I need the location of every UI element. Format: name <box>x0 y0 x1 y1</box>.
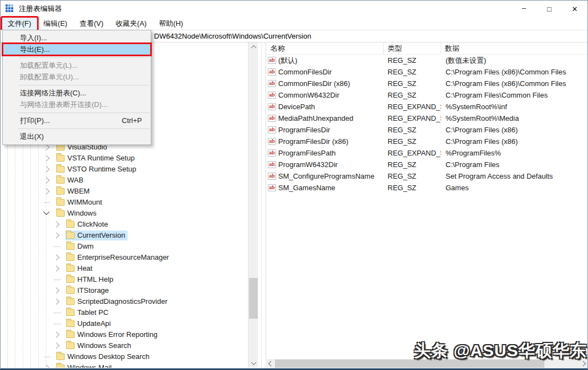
tree-chevron-icon[interactable] <box>53 298 59 304</box>
file-menu-item[interactable]: 退出(X) <box>3 131 151 142</box>
folder-icon <box>56 210 65 217</box>
value-data: C:\Program Files (x86) <box>441 124 588 136</box>
tree-chevron-icon[interactable] <box>53 331 59 337</box>
value-name: ProgramFilesPath <box>278 149 336 157</box>
value-name: CommonFilesDir <box>278 68 332 76</box>
file-menu-item-label: 与网络注册表断开连接(D)... <box>20 100 108 110</box>
file-menu-item-label: 导出(E)... <box>20 45 50 55</box>
pane-divider[interactable] <box>261 42 262 368</box>
tree-chevron-icon[interactable] <box>53 265 59 271</box>
reg-sz-icon: ab <box>268 138 276 145</box>
tree-chevron-icon[interactable] <box>53 232 59 238</box>
folder-icon <box>56 188 65 195</box>
scrollbar-thumb[interactable] <box>249 278 258 319</box>
file-menu-item[interactable]: 导出(E)... <box>3 44 151 55</box>
tree-chevron-icon[interactable] <box>53 254 59 260</box>
value-data: Set Program Access and Defaults <box>441 170 588 182</box>
tree-item[interactable]: Tablet PC <box>1 307 248 318</box>
tree-item-label: Windows Search <box>77 341 131 350</box>
tree-item[interactable]: CurrentVersion <box>1 230 248 241</box>
registry-value-row[interactable]: abProgramFilesDir REG_SZ C:\Program File… <box>266 124 588 136</box>
tree-item[interactable]: EnterpriseResourceManager <box>1 252 248 263</box>
folder-icon <box>66 265 75 272</box>
tree-item-label: ScriptedDiagnosticsProvider <box>77 297 167 305</box>
menubar-item[interactable]: 查看(V) <box>73 17 109 30</box>
file-menu-item[interactable]: 导入(I)... <box>3 32 151 44</box>
tree-chevron-icon[interactable] <box>53 287 59 293</box>
tree-item-label: CurrentVersion <box>77 231 125 239</box>
minimize-button[interactable]: – <box>511 1 537 17</box>
registry-value-row[interactable]: abDevicePath REG_EXPAND_SZ %SystemRoot%\… <box>266 101 588 112</box>
tree-item-label: VSTA Runtime Setup <box>67 154 135 162</box>
scroll-down-button[interactable] <box>248 358 258 368</box>
column-header-data[interactable]: 数据 <box>441 42 588 54</box>
tree-item-label: ITStorage <box>77 286 109 294</box>
tree-chevron-icon[interactable] <box>43 155 49 161</box>
tree-vertical-scrollbar[interactable] <box>248 42 258 368</box>
tree-item[interactable]: HTML Help <box>1 274 248 285</box>
tree-item[interactable]: Windows Mail <box>1 362 248 368</box>
tree-chevron-icon[interactable] <box>53 221 59 227</box>
tree-item[interactable]: VSTO Runtime Setup <box>1 164 248 175</box>
registry-value-row[interactable]: abProgramFilesPath REG_EXPAND_SZ %Progra… <box>266 147 588 159</box>
tree-chevron-icon[interactable] <box>43 177 49 183</box>
registry-editor-app-icon <box>6 4 14 13</box>
tree-item[interactable]: Heat <box>1 263 248 274</box>
tree-item[interactable]: ITStorage <box>1 285 248 296</box>
menubar-item-label: 查看(V) <box>80 19 103 28</box>
tree-chevron-icon[interactable] <box>43 364 49 368</box>
file-menu-item-label: 连接网络注册表(C)... <box>20 88 86 98</box>
menubar-item[interactable]: 编辑(E) <box>38 17 73 30</box>
column-header-type[interactable]: 类型 <box>384 42 441 54</box>
tree-item[interactable]: WAB <box>1 175 248 186</box>
menubar-item[interactable]: 文件(F) <box>2 17 38 30</box>
reg-sz-icon: ab <box>268 149 276 157</box>
tree-chevron-icon <box>54 246 61 247</box>
registry-value-row[interactable]: abCommonW6432Dir REG_SZ C:\Program Files… <box>266 89 588 101</box>
tree-item[interactable]: Windows Search <box>1 340 248 351</box>
close-button[interactable]: ✕ <box>562 1 587 17</box>
scroll-up-button[interactable] <box>248 42 258 52</box>
folder-icon <box>66 254 75 261</box>
registry-value-row[interactable]: abSM_GamesName REG_SZ Games <box>266 182 588 194</box>
tree-chevron-icon[interactable] <box>43 188 49 194</box>
file-menu-item-shortcut: Ctrl+P <box>122 116 142 125</box>
registry-value-row[interactable]: abCommonFilesDir (x86) REG_SZ C:\Program… <box>266 78 588 89</box>
registry-value-row[interactable]: abMediaPathUnexpanded REG_EXPAND_SZ %Sys… <box>266 112 588 124</box>
tree-item[interactable]: Dwm <box>1 241 248 252</box>
file-menu-item-label: 导入(I)... <box>20 33 47 43</box>
value-data: C:\Program Files (x86) <box>441 136 588 147</box>
folder-icon <box>56 353 65 360</box>
tree-chevron-icon[interactable] <box>43 144 49 150</box>
tree-item[interactable]: WIMMount <box>1 197 248 208</box>
tree-item[interactable]: Windows <box>1 208 248 219</box>
registry-value-row[interactable]: abProgramFilesDir (x86) REG_SZ C:\Progra… <box>266 136 588 147</box>
file-menu-item[interactable]: 打印(P)... Ctrl+P <box>3 115 151 126</box>
maximize-button[interactable]: □ <box>537 1 562 17</box>
registry-value-row[interactable]: ab(默认) REG_SZ (数值未设置) <box>266 55 588 66</box>
file-menu-item[interactable]: 连接网络注册表(C)... <box>3 87 151 99</box>
reg-sz-icon: ab <box>268 173 276 180</box>
tree-item[interactable]: Windows Error Reporting <box>1 329 248 340</box>
registry-value-row[interactable]: abProgramW6432Dir REG_SZ C:\Program File… <box>266 159 588 170</box>
menubar-item[interactable]: 帮助(H) <box>153 17 189 30</box>
tree-chevron-icon[interactable] <box>43 166 49 172</box>
value-name: ProgramW6432Dir <box>278 160 338 169</box>
tree-item[interactable]: WBEM <box>1 186 248 197</box>
tree-chevron-icon[interactable] <box>43 209 49 215</box>
column-header-name[interactable]: 名称 <box>266 42 384 54</box>
tree-item[interactable]: ScriptedDiagnosticsProvider <box>1 296 248 307</box>
menubar-item[interactable]: 收藏夹(A) <box>109 17 152 30</box>
scroll-left-button[interactable] <box>266 359 275 368</box>
folder-icon <box>66 287 75 294</box>
registry-value-row[interactable]: abSM_ConfigureProgramsName REG_SZ Set Pr… <box>266 170 588 182</box>
tree-item-label: Windows Desktop Search <box>67 352 150 361</box>
tree-chevron-icon[interactable] <box>53 342 59 348</box>
registry-value-row[interactable]: abCommonFilesDir REG_SZ C:\Program Files… <box>266 66 588 78</box>
value-type: REG_EXPAND_SZ <box>384 101 441 112</box>
tree-item[interactable]: UpdateApi <box>1 318 248 329</box>
tree-item-label: Windows <box>67 209 97 217</box>
tree-item[interactable]: Windows Desktop Search <box>1 351 248 362</box>
tree-item[interactable]: VSTA Runtime Setup <box>1 153 248 164</box>
tree-item[interactable]: ClickNote <box>1 219 248 230</box>
